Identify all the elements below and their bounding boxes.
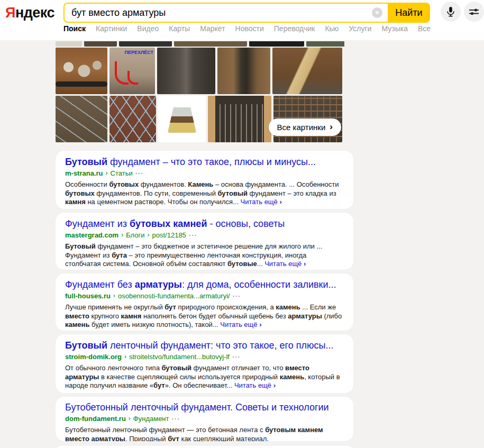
diagram-red-line (115, 61, 129, 85)
read-more-link[interactable]: Читать ещё › (241, 198, 282, 206)
nav-tab[interactable]: Переводчик (274, 24, 315, 33)
read-more-link[interactable]: Читать ещё › (234, 381, 276, 389)
result-snippet: Особенности бутовых фундаментов. Камень … (65, 180, 344, 207)
image-row-clipped (56, 41, 344, 47)
nav-tab[interactable]: Новости (235, 24, 264, 33)
image-thumbnail[interactable] (157, 48, 215, 94)
result-breadcrumb[interactable]: mastergrad.com ›Блоги›post/12185 ··· (65, 231, 344, 239)
search-result-card: Фундамент без арматуры: для дома, особен… (56, 273, 353, 331)
breadcrumb-separator: › (148, 231, 150, 239)
breadcrumb-separator: › (129, 415, 131, 423)
nav-tab[interactable]: Кью (325, 24, 339, 33)
chevron-right-icon: › (279, 198, 281, 206)
result-domain[interactable]: full-houses.ru (65, 292, 111, 300)
image-thumbnail[interactable] (56, 96, 107, 142)
result-domain[interactable]: stroim-domik.org (65, 353, 122, 361)
result-domain[interactable]: m-strana.ru (65, 169, 103, 177)
result-title-link[interactable]: Бутовый фундамент – что это такое, плюсы… (65, 156, 344, 168)
result-breadcrumb[interactable]: m-strana.ru ›Статьи ··· (65, 169, 344, 177)
read-more-link[interactable]: Читать ещё › (220, 321, 261, 328)
chevron-right-icon: › (273, 381, 276, 389)
next-result-card-partial (56, 446, 353, 448)
nav-tabs: ПоискКартинкиВидеоКартыМаркетНовостиПере… (63, 24, 431, 33)
image-overlay-text: ПЕРЕХЛЁСТ (124, 50, 153, 55)
result-menu-dots[interactable]: ··· (232, 353, 241, 361)
result-domain[interactable]: dom-fundament.ru (65, 415, 126, 423)
search-header: Яндекс × Найти ПоискКартинк (0, 0, 484, 40)
image-thumbnail[interactable] (84, 41, 117, 47)
result-menu-dots[interactable]: ··· (189, 231, 197, 239)
image-results-block: ПЕРЕХЛЁСТ Все картинки › (56, 41, 344, 142)
yandex-logo[interactable]: Яндекс (5, 5, 54, 21)
nav-tab[interactable]: Маркет (200, 24, 225, 33)
nav-tab[interactable]: Все (418, 24, 431, 33)
chevron-right-icon: › (330, 122, 333, 132)
voice-search-button[interactable] (441, 2, 461, 22)
microphone-icon (446, 6, 455, 17)
search-bar: × Найти (63, 3, 430, 23)
read-more-link[interactable]: Читать ещё › (264, 260, 306, 268)
result-menu-dots[interactable]: ··· (233, 292, 241, 300)
breadcrumb-segment[interactable]: Статьи (111, 169, 133, 177)
image-thumbnail[interactable] (158, 96, 206, 142)
nav-tab[interactable]: Картинки (96, 24, 127, 33)
nav-tab[interactable]: Карты (169, 24, 190, 33)
nav-tab[interactable]: Услуги (349, 24, 371, 33)
result-breadcrumb[interactable]: stroim-domik.org ›stroitelstvo/fundament… (65, 353, 344, 361)
search-input[interactable] (63, 3, 388, 23)
result-menu-dots[interactable]: ··· (172, 415, 180, 423)
image-thumbnail[interactable]: ПЕРЕХЛЁСТ (109, 48, 155, 94)
result-title-link[interactable]: Бутобетонный ленточный фундамент. Советы… (65, 401, 344, 413)
search-result-card: Фундамент из бутовых камней - основы, со… (56, 213, 353, 270)
breadcrumb-segment[interactable]: osobennosti-fundamenta...armaturyi/ (118, 292, 230, 300)
result-title-link[interactable]: Бутовый ленточный фундамент: что это так… (65, 340, 344, 351)
image-thumbnail[interactable] (109, 96, 156, 142)
all-images-label: Все картинки (277, 123, 326, 132)
result-title-link[interactable]: Фундамент без арматуры: для дома, особен… (65, 279, 344, 290)
result-path: ›Блоги›post/12185 (121, 231, 186, 239)
chevron-right-icon: › (304, 260, 306, 268)
image-thumbnail[interactable] (249, 41, 304, 47)
result-domain[interactable]: mastergrad.com (65, 231, 118, 239)
image-row-1: ПЕРЕХЛЁСТ (56, 48, 344, 94)
logo-letter: Я (5, 5, 15, 21)
result-path: ›Статьи (106, 169, 133, 177)
logo-rest: ндекс (15, 5, 54, 21)
diagram-red-line (127, 71, 138, 85)
image-thumbnail[interactable] (306, 41, 344, 47)
image-thumbnail[interactable] (174, 41, 247, 47)
image-thumbnail[interactable] (217, 48, 270, 94)
breadcrumb-segment[interactable]: post/12185 (152, 231, 186, 239)
result-snippet: Лучше применять не округлый бут природно… (65, 303, 344, 330)
result-snippet: Бутобетонный ленточный фундамент — это б… (65, 426, 344, 441)
search-result-card: Бутовый ленточный фундамент: что это так… (56, 334, 353, 393)
breadcrumb-segment[interactable]: Блоги (126, 231, 144, 239)
image-thumbnail[interactable] (56, 41, 82, 47)
breadcrumb-separator: › (113, 292, 115, 300)
clear-search-icon[interactable]: × (372, 7, 382, 18)
image-thumbnail[interactable] (272, 48, 342, 94)
result-snippet: От обычного ленточного типа бутовый фунд… (65, 364, 344, 390)
nav-tab[interactable]: Музыка (381, 24, 408, 33)
breadcrumb-separator: › (124, 353, 126, 361)
result-path: ›Фундамент (129, 415, 169, 423)
search-submit-button[interactable]: Найти (388, 3, 430, 23)
result-title-link[interactable]: Фундамент из бутовых камней - основы, со… (65, 218, 344, 230)
nav-tab[interactable]: Поиск (63, 24, 86, 33)
search-settings-button[interactable] (464, 2, 484, 22)
chevron-right-icon: › (259, 321, 261, 328)
all-images-button[interactable]: Все картинки › (269, 118, 341, 136)
breadcrumb-separator: › (106, 169, 108, 177)
image-thumbnail[interactable] (56, 48, 107, 94)
result-path: ›stroitelstvo/fundament...butovyj-lf (124, 353, 230, 361)
result-breadcrumb[interactable]: dom-fundament.ru ›Фундамент ··· (65, 415, 344, 423)
result-menu-dots[interactable]: ··· (135, 169, 144, 177)
search-result-card: Бутобетонный ленточный фундамент. Советы… (56, 397, 353, 441)
nav-tab[interactable]: Видео (137, 24, 159, 33)
breadcrumb-segment[interactable]: stroitelstvo/fundament...butovyj-lf (129, 353, 230, 361)
image-thumbnail[interactable] (119, 41, 172, 47)
breadcrumb-segment[interactable]: Фундамент (133, 415, 169, 423)
search-result-card: Бутовый фундамент – что это такое, плюсы… (56, 151, 353, 209)
result-breadcrumb[interactable]: full-houses.ru ›osobennosti-fundamenta..… (65, 292, 344, 300)
image-thumbnail[interactable] (208, 96, 271, 142)
